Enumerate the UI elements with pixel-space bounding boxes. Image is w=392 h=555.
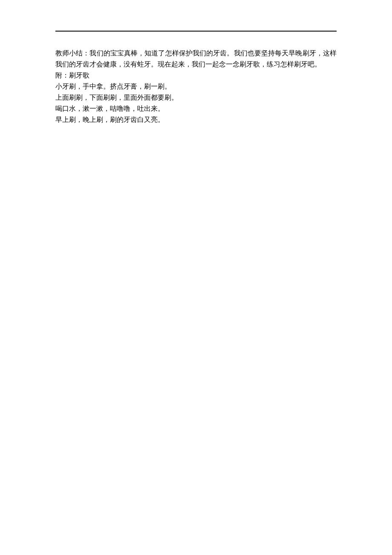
horizontal-rule xyxy=(55,31,337,32)
document-body: 教师小结：我们的宝宝真棒，知道了怎样保护我们的牙齿。我们也要坚持每天早晚刷牙，这… xyxy=(55,48,337,125)
song-line-2: 上面刷刷，下面刷刷，里面外面都要刷。 xyxy=(55,92,337,103)
song-line-4: 早上刷，晚上刷，刷的牙齿白又亮。 xyxy=(55,114,337,125)
song-line-3: 喝口水，漱一漱，咕噜噜，吐出来。 xyxy=(55,103,337,114)
teacher-summary-paragraph: 教师小结：我们的宝宝真棒，知道了怎样保护我们的牙齿。我们也要坚持每天早晚刷牙，这… xyxy=(55,48,337,70)
attachment-label: 附：刷牙歌 xyxy=(55,70,337,81)
document-page: 教师小结：我们的宝宝真棒，知道了怎样保护我们的牙齿。我们也要坚持每天早晚刷牙，这… xyxy=(0,0,392,555)
song-line-1: 小牙刷，手中拿。挤点牙膏，刷一刷。 xyxy=(55,81,337,92)
